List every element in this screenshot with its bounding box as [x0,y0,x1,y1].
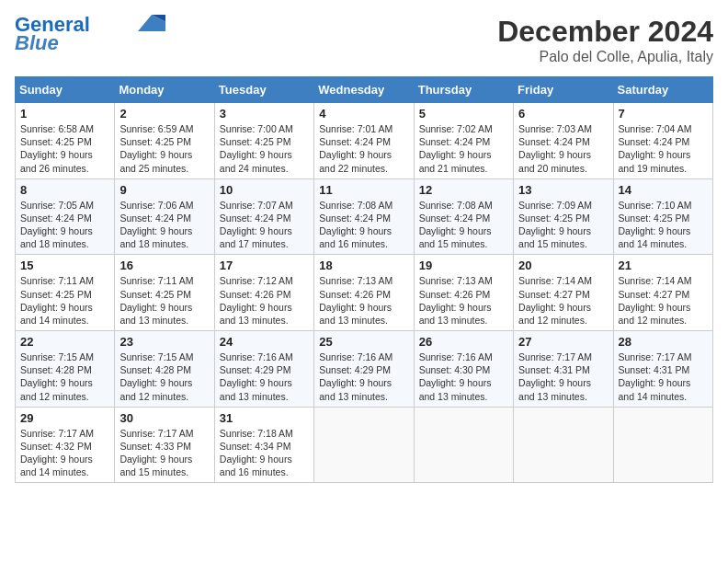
calendar-cell: 12Sunrise: 7:08 AM Sunset: 4:24 PM Dayli… [414,178,513,255]
calendar-cell: 7Sunrise: 7:04 AM Sunset: 4:24 PM Daylig… [613,103,712,179]
calendar-cell: 11Sunrise: 7:08 AM Sunset: 4:24 PM Dayli… [314,178,414,255]
calendar-cell: 23Sunrise: 7:15 AM Sunset: 4:28 PM Dayli… [115,331,214,408]
day-info: Sunrise: 7:03 AM Sunset: 4:24 PM Dayligh… [518,122,608,175]
day-number: 15 [20,259,109,272]
day-number: 22 [20,335,109,349]
weekday-header-saturday: Saturday [613,77,712,103]
day-number: 28 [619,335,708,349]
day-info: Sunrise: 7:17 AM Sunset: 4:32 PM Dayligh… [20,427,109,479]
day-number: 20 [518,259,608,272]
day-info: Sunrise: 7:06 AM Sunset: 4:24 PM Dayligh… [119,199,209,251]
calendar-cell: 25Sunrise: 7:16 AM Sunset: 4:29 PM Dayli… [314,331,414,408]
calendar-cell: 30Sunrise: 7:17 AM Sunset: 4:33 PM Dayli… [115,407,214,483]
day-number: 13 [518,183,608,197]
day-info: Sunrise: 7:16 AM Sunset: 4:30 PM Dayligh… [419,350,508,403]
logo-text-blue: Blue [15,33,59,53]
calendar-week-5: 29Sunrise: 7:17 AM Sunset: 4:32 PM Dayli… [16,407,713,483]
calendar-cell [613,407,712,483]
day-number: 11 [319,183,408,197]
calendar-cell: 22Sunrise: 7:15 AM Sunset: 4:28 PM Dayli… [16,331,115,408]
calendar-cell: 15Sunrise: 7:11 AM Sunset: 4:25 PM Dayli… [16,255,115,331]
day-info: Sunrise: 7:00 AM Sunset: 4:25 PM Dayligh… [220,122,309,175]
day-number: 10 [220,183,309,197]
calendar-cell: 21Sunrise: 7:14 AM Sunset: 4:27 PM Dayli… [613,255,712,331]
calendar-cell: 13Sunrise: 7:09 AM Sunset: 4:25 PM Dayli… [514,178,613,255]
title-block: December 2024 Palo del Colle, Apulia, It… [497,15,713,65]
calendar-cell: 20Sunrise: 7:14 AM Sunset: 4:27 PM Dayli… [514,255,613,331]
day-info: Sunrise: 7:14 AM Sunset: 4:27 PM Dayligh… [619,274,708,327]
day-number: 9 [119,183,209,197]
day-info: Sunrise: 7:14 AM Sunset: 4:27 PM Dayligh… [518,274,608,327]
day-number: 14 [619,183,708,197]
calendar-week-4: 22Sunrise: 7:15 AM Sunset: 4:28 PM Dayli… [16,331,713,408]
day-info: Sunrise: 7:11 AM Sunset: 4:25 PM Dayligh… [20,274,109,327]
day-number: 29 [20,411,109,425]
day-info: Sunrise: 7:01 AM Sunset: 4:24 PM Dayligh… [319,122,408,175]
calendar-cell [514,407,613,483]
day-info: Sunrise: 7:17 AM Sunset: 4:33 PM Dayligh… [119,427,209,479]
calendar-cell: 10Sunrise: 7:07 AM Sunset: 4:24 PM Dayli… [214,178,313,255]
day-number: 18 [319,259,408,272]
calendar-cell: 14Sunrise: 7:10 AM Sunset: 4:25 PM Dayli… [613,178,712,255]
weekday-header-friday: Friday [514,77,613,103]
day-number: 16 [119,259,209,272]
location-text: Palo del Colle, Apulia, Italy [497,49,713,65]
calendar-table: SundayMondayTuesdayWednesdayThursdayFrid… [15,76,713,483]
calendar-cell: 16Sunrise: 7:11 AM Sunset: 4:25 PM Dayli… [115,255,214,331]
day-info: Sunrise: 7:11 AM Sunset: 4:25 PM Dayligh… [119,274,209,327]
calendar-cell [314,407,414,483]
day-number: 7 [619,107,708,121]
weekday-header-row: SundayMondayTuesdayWednesdayThursdayFrid… [16,77,713,103]
day-number: 4 [319,107,408,121]
logo-icon [138,15,165,31]
weekday-header-tuesday: Tuesday [214,77,313,103]
calendar-cell: 28Sunrise: 7:17 AM Sunset: 4:31 PM Dayli… [613,331,712,408]
day-info: Sunrise: 7:07 AM Sunset: 4:24 PM Dayligh… [220,199,309,251]
calendar-cell [414,407,513,483]
calendar-cell: 5Sunrise: 7:02 AM Sunset: 4:24 PM Daylig… [414,103,513,179]
calendar-cell: 9Sunrise: 7:06 AM Sunset: 4:24 PM Daylig… [115,178,214,255]
calendar-cell: 18Sunrise: 7:13 AM Sunset: 4:26 PM Dayli… [314,255,414,331]
day-number: 6 [518,107,608,121]
day-info: Sunrise: 7:18 AM Sunset: 4:34 PM Dayligh… [220,427,309,479]
day-info: Sunrise: 7:04 AM Sunset: 4:24 PM Dayligh… [619,122,708,175]
page-header: General Blue December 2024 Palo del Coll… [15,15,713,65]
calendar-cell: 24Sunrise: 7:16 AM Sunset: 4:29 PM Dayli… [214,331,313,408]
calendar-week-3: 15Sunrise: 7:11 AM Sunset: 4:25 PM Dayli… [16,255,713,331]
day-number: 5 [419,107,508,121]
day-info: Sunrise: 7:13 AM Sunset: 4:26 PM Dayligh… [419,274,508,327]
day-number: 27 [518,335,608,349]
calendar-cell: 1Sunrise: 6:58 AM Sunset: 4:25 PM Daylig… [16,103,115,179]
day-number: 31 [220,411,309,425]
calendar-cell: 2Sunrise: 6:59 AM Sunset: 4:25 PM Daylig… [115,103,214,179]
day-number: 1 [20,107,109,121]
weekday-header-monday: Monday [115,77,214,103]
calendar-week-1: 1Sunrise: 6:58 AM Sunset: 4:25 PM Daylig… [16,103,713,179]
day-number: 24 [220,335,309,349]
day-info: Sunrise: 7:16 AM Sunset: 4:29 PM Dayligh… [319,350,408,403]
day-number: 12 [419,183,508,197]
weekday-header-thursday: Thursday [414,77,513,103]
day-info: Sunrise: 7:13 AM Sunset: 4:26 PM Dayligh… [319,274,408,327]
day-info: Sunrise: 7:05 AM Sunset: 4:24 PM Dayligh… [20,199,109,251]
day-number: 19 [419,259,508,272]
day-number: 30 [119,411,209,425]
day-info: Sunrise: 7:16 AM Sunset: 4:29 PM Dayligh… [220,350,309,403]
calendar-cell: 27Sunrise: 7:17 AM Sunset: 4:31 PM Dayli… [514,331,613,408]
day-number: 3 [220,107,309,121]
day-number: 21 [619,259,708,272]
day-info: Sunrise: 6:58 AM Sunset: 4:25 PM Dayligh… [20,122,109,175]
day-info: Sunrise: 7:15 AM Sunset: 4:28 PM Dayligh… [119,350,209,403]
day-info: Sunrise: 6:59 AM Sunset: 4:25 PM Dayligh… [119,122,209,175]
day-number: 17 [220,259,309,272]
day-info: Sunrise: 7:08 AM Sunset: 4:24 PM Dayligh… [419,199,508,251]
day-info: Sunrise: 7:09 AM Sunset: 4:25 PM Dayligh… [518,199,608,251]
calendar-cell: 17Sunrise: 7:12 AM Sunset: 4:26 PM Dayli… [214,255,313,331]
logo: General Blue [15,15,165,53]
day-info: Sunrise: 7:10 AM Sunset: 4:25 PM Dayligh… [619,199,708,251]
month-title: December 2024 [497,15,713,49]
day-number: 23 [119,335,209,349]
calendar-cell: 4Sunrise: 7:01 AM Sunset: 4:24 PM Daylig… [314,103,414,179]
calendar-cell: 19Sunrise: 7:13 AM Sunset: 4:26 PM Dayli… [414,255,513,331]
day-number: 8 [20,183,109,197]
